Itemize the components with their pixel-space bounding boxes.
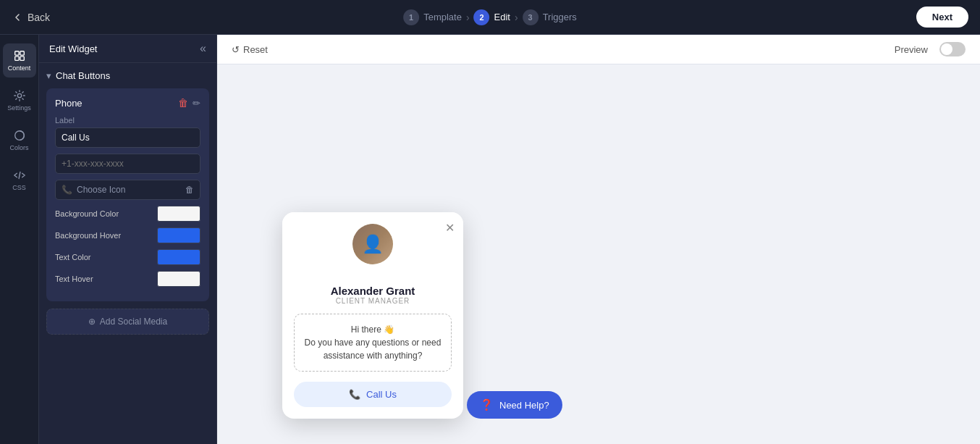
- card-actions: 🗑 ✏: [178, 97, 200, 109]
- agent-role: CLIENT MANAGER: [294, 297, 452, 305]
- sidebar-item-colors[interactable]: Colors: [3, 123, 36, 157]
- close-button[interactable]: ✕: [445, 221, 455, 235]
- add-social-button[interactable]: ⊕ Add Social Media: [46, 309, 209, 335]
- color-label-3: Text Hover: [55, 275, 93, 283]
- choose-icon-row[interactable]: 📞 Choose Icon 🗑: [55, 180, 200, 200]
- chat-buttons-label: Chat Buttons: [56, 70, 110, 81]
- color-label-2: Text Color: [55, 253, 91, 261]
- avatar: 👤: [352, 224, 393, 264]
- color-swatch-3[interactable]: [157, 271, 200, 287]
- label-input[interactable]: [55, 127, 200, 148]
- reset-icon: ↺: [232, 44, 240, 55]
- avatar-image: 👤: [352, 224, 393, 264]
- preview-area: ↺ Reset Preview 👤 ✕ Alexander Grant CLIE…: [217, 35, 980, 444]
- need-help-button[interactable]: ❓ Need Help?: [467, 391, 562, 419]
- chat-widget: 👤 ✕ Alexander Grant CLIENT MANAGER Hi th…: [282, 212, 463, 419]
- step-label-triggers: Triggers: [543, 12, 577, 22]
- svg-rect-1: [20, 51, 23, 55]
- svg-rect-3: [20, 56, 23, 60]
- phone-input[interactable]: [55, 154, 200, 174]
- add-social-plus-icon: ⊕: [88, 317, 96, 327]
- card-title: Phone: [55, 98, 83, 109]
- next-button[interactable]: Next: [916, 7, 968, 28]
- phone-card: Phone 🗑 ✏ Label 📞 Choose Icon 🗑 Backgrou…: [46, 88, 209, 301]
- step-circle-3: 3: [523, 9, 538, 25]
- svg-rect-2: [14, 56, 18, 60]
- collapse-section-icon[interactable]: ▾: [46, 70, 51, 81]
- color-row-2: Text Color: [55, 249, 200, 265]
- sidebar-item-css[interactable]: CSS: [3, 163, 36, 197]
- call-phone-icon: 📞: [349, 389, 360, 400]
- collapse-panel-button[interactable]: «: [200, 42, 206, 55]
- choose-icon-text: Choose Icon: [77, 185, 185, 195]
- sidebar: Content Settings Colors CSS: [0, 35, 39, 444]
- content-icon: [13, 49, 26, 62]
- back-label: Back: [28, 12, 50, 23]
- chat-widget-header: 👤 ✕: [282, 212, 463, 276]
- edit-widget-title: Edit Widget: [49, 43, 97, 54]
- phone-icon: 📞: [62, 185, 72, 195]
- step-edit: 2 Edit: [474, 9, 510, 25]
- step-label-edit: Edit: [494, 12, 510, 22]
- panel-header: Edit Widget «: [39, 35, 216, 63]
- chat-body: Alexander Grant CLIENT MANAGER Hi there …: [282, 276, 463, 419]
- label-field-label: Label: [55, 116, 200, 125]
- color-label-1: Background Hover: [55, 231, 121, 240]
- color-row-1: Background Hover: [55, 227, 200, 243]
- color-label-0: Background Color: [55, 209, 119, 218]
- color-swatch-0[interactable]: [157, 206, 200, 222]
- sidebar-item-settings[interactable]: Settings: [3, 83, 36, 117]
- css-label: CSS: [12, 184, 26, 191]
- color-rows: Background Color Background Hover Text C…: [55, 206, 200, 287]
- step-triggers: 3 Triggers: [523, 9, 577, 25]
- preview-toggle[interactable]: [939, 42, 966, 56]
- color-row-3: Text Hover: [55, 271, 200, 287]
- back-icon: [12, 12, 23, 23]
- preview-top-bar: ↺ Reset Preview: [217, 35, 980, 64]
- color-row-0: Background Color: [55, 206, 200, 222]
- top-bar: Back 1 Template › 2 Edit › 3 Triggers Ne…: [0, 0, 980, 35]
- colors-icon: [13, 129, 26, 142]
- step-label-template: Template: [423, 12, 462, 22]
- preview-content: 👤 ✕ Alexander Grant CLIENT MANAGER Hi th…: [217, 64, 980, 440]
- trash-icon-small[interactable]: 🗑: [185, 185, 194, 195]
- color-swatch-1[interactable]: [157, 227, 200, 243]
- settings-label: Settings: [7, 104, 31, 112]
- reset-button[interactable]: ↺ Reset: [232, 44, 268, 55]
- steps-nav: 1 Template › 2 Edit › 3 Triggers: [403, 9, 577, 25]
- add-social-section: ⊕ Add Social Media: [39, 309, 216, 349]
- back-button[interactable]: Back: [12, 12, 50, 23]
- edit-card-button[interactable]: ✏: [193, 97, 200, 109]
- main-layout: Content Settings Colors CSS Edit Widget: [0, 35, 980, 444]
- need-help-icon: ❓: [480, 398, 494, 411]
- sidebar-item-content[interactable]: Content: [3, 43, 36, 78]
- chat-message-box: Hi there 👋 Do you have any questions or …: [294, 314, 452, 372]
- chat-greeting: Hi there 👋 Do you have any questions or …: [303, 323, 442, 362]
- preview-label: Preview: [895, 44, 928, 55]
- step-circle-1: 1: [403, 9, 419, 25]
- delete-card-button[interactable]: 🗑: [178, 97, 188, 109]
- step-arrow-2: ›: [515, 12, 518, 23]
- card-header: Phone 🗑 ✏: [55, 97, 200, 109]
- agent-name: Alexander Grant: [294, 285, 452, 297]
- step-circle-2: 2: [474, 9, 490, 25]
- settings-icon: [13, 89, 26, 102]
- step-arrow-1: ›: [466, 12, 470, 23]
- svg-point-4: [17, 93, 21, 97]
- panel: Edit Widget « ▾ Chat Buttons Phone 🗑 ✏ L…: [39, 35, 217, 444]
- call-us-button[interactable]: 📞 Call Us: [294, 382, 452, 407]
- color-swatch-2[interactable]: [157, 249, 200, 265]
- content-label: Content: [8, 64, 31, 72]
- step-template: 1 Template: [403, 9, 462, 25]
- css-icon: [13, 169, 26, 182]
- svg-rect-0: [14, 51, 18, 55]
- colors-label: Colors: [9, 144, 28, 151]
